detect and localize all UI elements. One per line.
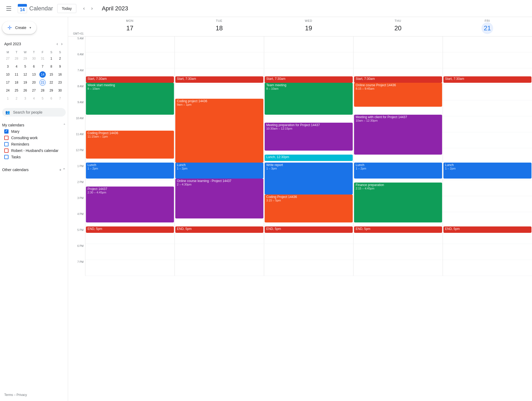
mini-cal-day[interactable]: 29 [47, 87, 56, 94]
calendar-event[interactable]: Lunch, 12:30pm [265, 155, 353, 161]
mini-cal-day[interactable]: 30 [30, 55, 38, 62]
calendar-event[interactable]: Lunch1 – 2pm [86, 163, 174, 179]
calendar-event[interactable]: Lunch1 – 2pm [443, 163, 531, 179]
next-button[interactable]: › [89, 4, 95, 13]
mini-cal-day[interactable]: 6 [47, 95, 56, 102]
terms-link[interactable]: Terms [4, 393, 13, 397]
calendar-checkbox[interactable] [4, 142, 9, 146]
calendar-checkbox[interactable] [4, 155, 9, 159]
mini-cal-day[interactable]: 12 [21, 71, 29, 78]
calendar-checkbox[interactable] [4, 129, 9, 134]
mini-cal-day[interactable]: 27 [4, 55, 12, 62]
mini-cal-day[interactable]: 27 [30, 87, 38, 94]
mini-cal-day[interactable]: 5 [39, 95, 47, 102]
prev-button[interactable]: ‹ [81, 4, 88, 13]
mini-cal-day[interactable]: 11 [13, 71, 21, 78]
day-num-tue[interactable]: 18 [213, 22, 225, 34]
mini-cal-day[interactable]: 28 [39, 87, 47, 94]
day-header-thu[interactable]: THU 20 [353, 17, 443, 36]
mini-cal-day[interactable]: 4 [30, 95, 38, 102]
calendar-item[interactable]: Consulting work [2, 135, 66, 141]
calendar-event[interactable]: END, 5pm [265, 226, 353, 233]
calendar-item[interactable]: Mary [2, 128, 66, 135]
calendar-event[interactable]: Team meeting8 – 10am [265, 83, 353, 115]
calendar-event[interactable]: Write report1 – 3pm [265, 163, 353, 195]
calendar-checkbox[interactable] [4, 136, 9, 140]
day-num-mon[interactable]: 17 [124, 22, 136, 34]
collapse-other-cal-button[interactable]: ⌃ [63, 168, 66, 172]
mini-cal-day[interactable]: 8 [47, 63, 56, 70]
mini-cal-day[interactable]: 4 [13, 63, 21, 70]
mini-cal-day[interactable]: 21 [39, 79, 47, 86]
mini-cal-day[interactable]: 7 [39, 63, 47, 70]
mini-cal-day[interactable]: 25 [13, 87, 21, 94]
mini-cal-day[interactable]: 6 [30, 63, 38, 70]
mini-cal-day[interactable]: 17 [4, 79, 12, 86]
calendar-event[interactable]: Lunch1 – 2pm [354, 163, 442, 179]
my-calendars-header[interactable]: My calendars ⌃ [2, 122, 66, 128]
calendar-event[interactable]: END, 5pm [175, 226, 263, 233]
mini-cal-day[interactable]: 13 [30, 71, 38, 78]
search-people[interactable]: 👥 Search for people [2, 108, 66, 117]
day-num-wed[interactable]: 19 [303, 22, 314, 34]
mini-cal-day[interactable]: 16 [56, 71, 64, 78]
calendar-event[interactable]: Start, 7:30am [443, 76, 531, 83]
mini-cal-day[interactable]: 1 [47, 55, 56, 62]
calendar-event[interactable]: Finance preparation2:15 – 4:45pm [354, 183, 442, 222]
mini-cal-day[interactable]: 7 [56, 95, 64, 102]
day-header-wed[interactable]: WED 19 [264, 17, 353, 36]
calendar-event[interactable]: Meeting preparation for Project 1443710:… [265, 123, 353, 151]
mini-cal-day[interactable]: 2 [56, 55, 64, 62]
mini-cal-prev[interactable]: ‹ [55, 40, 59, 47]
calendar-event[interactable]: END, 5pm [354, 226, 442, 233]
calendar-event[interactable]: Coding Project 1443611:15am – 1pm [86, 131, 174, 159]
calendar-item[interactable]: Robert - Husband's calendar [2, 147, 66, 154]
mini-cal-day[interactable]: 2 [13, 95, 21, 102]
calendar-event[interactable]: END, 5pm [443, 226, 531, 233]
calendar-item[interactable]: Reminders [2, 141, 66, 147]
menu-button[interactable] [4, 4, 13, 13]
mini-cal-day[interactable]: 18 [13, 79, 21, 86]
day-header-tue[interactable]: TUE 18 [174, 17, 264, 36]
mini-cal-day[interactable]: 24 [4, 87, 12, 94]
day-num-thu[interactable]: 20 [392, 22, 404, 34]
calendar-event[interactable]: Online course Project 144368:15 – 9:45am [354, 83, 442, 107]
calendar-event[interactable]: END, 5pm [86, 226, 174, 233]
mini-cal-day[interactable]: 5 [21, 63, 29, 70]
mini-cal-day[interactable]: 9 [56, 63, 64, 70]
mini-cal-day[interactable]: 28 [13, 55, 21, 62]
mini-cal-day[interactable]: 30 [56, 87, 64, 94]
calendar-event[interactable]: Coding Project 144363:15 – 5pm [265, 195, 353, 222]
mini-cal-day[interactable]: 26 [21, 87, 29, 94]
privacy-link[interactable]: Privacy [16, 393, 27, 397]
calendar-event[interactable]: Start, 7:30am [354, 76, 442, 83]
mini-cal-day[interactable]: 29 [21, 55, 29, 62]
calendar-event[interactable]: Meeting with client for Project 1443710a… [354, 115, 442, 155]
calendar-event[interactable]: Project 144372:30 – 4:45pm [86, 187, 174, 222]
add-other-cal-button[interactable]: + [59, 168, 61, 172]
mini-cal-next[interactable]: › [60, 40, 64, 47]
calendar-event[interactable]: Coding project 144369am – 1pm [175, 99, 263, 163]
calendar-event[interactable]: Start, 7:30am [265, 76, 353, 83]
mini-cal-day[interactable]: 14 [39, 71, 47, 78]
calendar-event[interactable]: Start, 7:30am [175, 76, 263, 83]
today-button[interactable]: Today [57, 4, 76, 13]
calendar-event[interactable]: Start, 7:30am [86, 76, 174, 83]
mini-cal-day[interactable]: 1 [4, 95, 12, 102]
calendar-event[interactable]: Week start meeting8 – 10am [86, 83, 174, 115]
mini-cal-day[interactable]: 19 [21, 79, 29, 86]
create-button[interactable]: ✛ Create ▾ [2, 21, 36, 34]
calendar-checkbox[interactable] [4, 148, 9, 153]
mini-cal-day[interactable]: 20 [30, 79, 38, 86]
mini-cal-day[interactable]: 10 [4, 71, 12, 78]
mini-cal-day[interactable]: 15 [47, 71, 56, 78]
mini-cal-day[interactable]: 23 [56, 79, 64, 86]
mini-cal-day[interactable]: 3 [4, 63, 12, 70]
day-num-fri[interactable]: 21 [481, 22, 493, 34]
mini-cal-day[interactable]: 31 [39, 55, 47, 62]
mini-cal-day[interactable]: 3 [21, 95, 29, 102]
day-header-fri[interactable]: FRI 21 [443, 17, 532, 36]
calendar-event[interactable]: Online course learning - Project 144372 … [175, 179, 263, 218]
day-header-mon[interactable]: MON 17 [85, 17, 174, 36]
mini-cal-day[interactable]: 22 [47, 79, 56, 86]
